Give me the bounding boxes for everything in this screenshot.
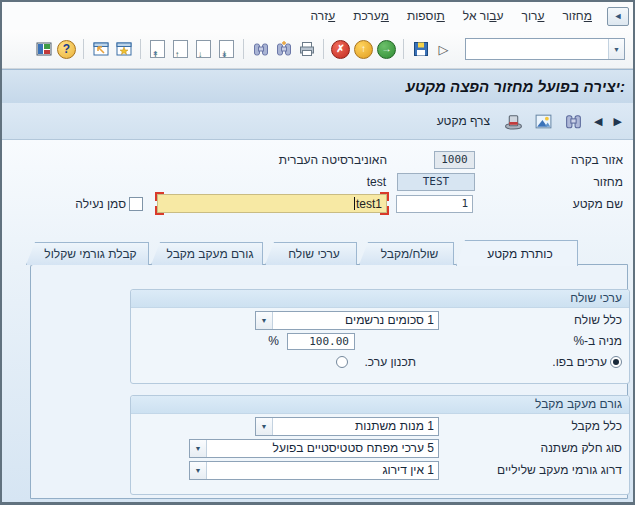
overview-icon[interactable] [532, 109, 555, 133]
receiver-tracing-groupbox: גורם מעקב מקבל כלל מקבל 1 מנות משתנות ▼ … [130, 395, 630, 495]
segment-name-field[interactable]: test1 [157, 194, 387, 213]
variable-portion-type-dropdown[interactable]: 5 ערכי מפתח סטטיסטיים בפועל ▼ [189, 439, 439, 458]
menu-item-cycle[interactable]: מחזור [553, 9, 601, 23]
sender-values-groupbox: ערכי שולח כלל שולח 1 סכומים נרשמים ▼ מני… [130, 289, 630, 384]
find-icon[interactable] [249, 38, 272, 61]
command-field: ▼ [465, 38, 625, 60]
cancel-icon[interactable]: ✗ [329, 38, 352, 61]
negative-tracing-scaling-label: דרוג גורמי מעקב שליליים [497, 461, 622, 480]
find-segment-icon[interactable] [562, 109, 585, 133]
standard-toolbar: ? ↟ ↑ ↓ ↡ ✗ ↑ → ▷ ▼ [2, 30, 633, 69]
page-down-icon[interactable]: ↓ [192, 38, 215, 61]
new-session-icon[interactable] [89, 38, 112, 61]
cycle-description: test [367, 173, 386, 191]
chevron-down-icon[interactable]: ▼ [256, 418, 273, 435]
customize-layout-icon[interactable] [32, 38, 55, 61]
menu-item-edit[interactable]: ערוך [513, 9, 554, 23]
sender-rule-label: כלל שולח [574, 311, 622, 330]
menu-item-system[interactable]: מערכת [344, 9, 398, 23]
chevron-down-icon[interactable]: ▼ [256, 312, 273, 329]
tab-receiver-weighting-factors[interactable]: קבלת גורמי שקלול [26, 242, 149, 265]
sender-rule-dropdown[interactable]: 1 סכומים נרשמים ▼ [255, 311, 439, 330]
page-last-icon[interactable]: ↡ [215, 38, 238, 61]
menu-item-help[interactable]: עזרה [302, 9, 345, 23]
exit-icon[interactable]: ↑ [352, 38, 375, 61]
page-up-icon[interactable]: ↑ [169, 38, 192, 61]
create-shortcut-icon[interactable] [112, 38, 135, 61]
negative-tracing-scaling-dropdown[interactable]: 1 אין דירוג ▼ [189, 461, 439, 480]
command-dropdown-icon[interactable]: ▼ [608, 39, 624, 59]
percent-sign: % [268, 332, 279, 351]
tab-strip: כותרת מקטע שולח/מקבל ערכי שולח גורם מעקב… [26, 239, 578, 265]
page-first-icon[interactable]: ↟ [146, 38, 169, 61]
share-percent-field[interactable] [287, 333, 355, 350]
text-cursor [354, 197, 355, 210]
plan-values-radio[interactable] [336, 356, 348, 368]
screen-title-bar: :יצירה בפועל מחזור הפצה מקטע [2, 69, 633, 104]
lock-indicator-checkbox[interactable] [129, 197, 143, 211]
next-segment-button[interactable]: ▶ [612, 109, 624, 133]
sender-values-groupbox-title: ערכי שולח [131, 290, 629, 308]
segment-hat-icon[interactable] [502, 109, 525, 133]
menu-item-extras[interactable]: תוספות [398, 9, 454, 23]
chevron-down-icon[interactable]: ▼ [190, 440, 207, 457]
continue-icon[interactable]: ▷ [432, 38, 455, 61]
share-percent-label: מניה ב-% [573, 332, 622, 351]
tab-sender-values[interactable]: ערכי שולח [265, 242, 357, 265]
variable-portion-type-label: סוג חלק משתנה [541, 439, 622, 458]
lock-indicator-label: סמן נעילה [75, 195, 126, 213]
actual-values-radio-label: ערכים בפו. [552, 354, 607, 370]
cycle-field[interactable]: TEST [397, 173, 475, 191]
control-area-field[interactable]: 1000 [434, 151, 475, 169]
sap-window: ◄ מחזור ערוך עבור אל תוספות מערכת עזרה ?… [0, 0, 635, 505]
page-title: :יצירה בפועל מחזור הפצה מקטע [406, 78, 625, 95]
menu-bar: ◄ מחזור ערוך עבור אל תוספות מערכת עזרה [2, 2, 633, 31]
tab-segment-header[interactable]: כותרת מקטע [456, 240, 578, 266]
attach-segment-button[interactable]: צרף מקטע [432, 109, 495, 133]
print-icon[interactable] [295, 38, 318, 61]
receiver-rule-label: כלל מקבל [572, 417, 623, 436]
tab-sender-receiver[interactable]: שולח/מקבל [359, 242, 454, 265]
chevron-down-icon[interactable]: ▼ [190, 462, 207, 479]
segment-number-field[interactable]: 1 [396, 195, 473, 213]
menu-item-goto[interactable]: עבור אל [454, 9, 513, 23]
segment-name-label: שם מקטע [503, 195, 623, 213]
find-next-icon[interactable] [272, 38, 295, 61]
screen-content: אזור בקרה 1000 האוניברסיטה העברית מחזור … [2, 140, 633, 502]
back-icon[interactable]: → [375, 38, 398, 61]
previous-segment-button[interactable]: ◀ [592, 109, 604, 133]
command-field-input[interactable] [466, 39, 608, 59]
plan-values-radio-label: תכנון ערכ. [365, 354, 417, 370]
sap-system-menu-icon[interactable]: ◄ [607, 7, 629, 26]
actual-values-radio[interactable] [610, 356, 622, 368]
control-area-description: האוניברסיטה העברית [279, 151, 387, 169]
tab-panel: ערכי שולח כלל שולח 1 סכומים נרשמים ▼ מני… [30, 264, 628, 499]
save-icon[interactable] [409, 38, 432, 61]
receiver-rule-dropdown[interactable]: 1 מנות משתנות ▼ [255, 417, 439, 436]
application-toolbar: ▶ ◀ צרף מקטע [2, 103, 633, 140]
help-icon[interactable]: ? [55, 38, 78, 61]
tab-receiver-tracing-factor[interactable]: גורם מעקב מקבל [151, 242, 263, 265]
control-area-label: אזור בקרה [503, 151, 623, 169]
receiver-tracing-groupbox-title: גורם מעקב מקבל [131, 396, 629, 414]
cycle-label: מחזור [503, 173, 623, 191]
